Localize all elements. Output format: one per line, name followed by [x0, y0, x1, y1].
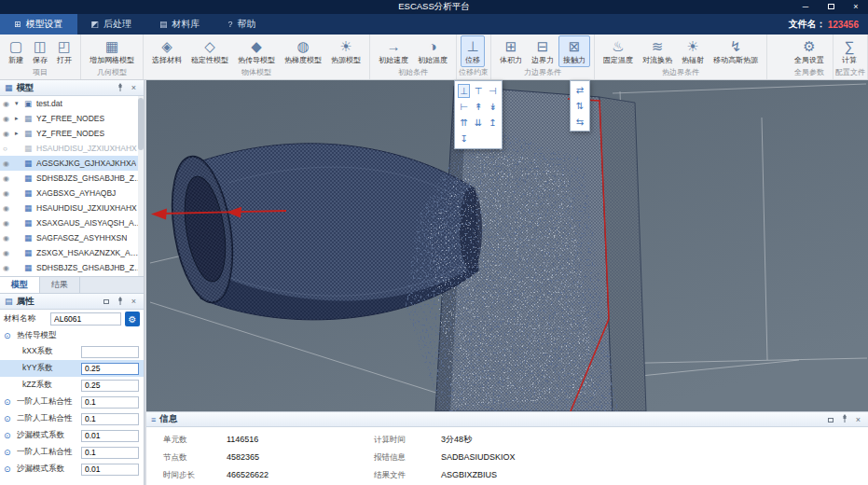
property-label: 二阶人工粘合性: [17, 413, 77, 424]
expand-arrow-icon[interactable]: ▸: [15, 130, 21, 137]
tree-item[interactable]: ◉▦SAGFASGZ_ASYHHXSN: [0, 230, 144, 245]
contact-option-icon[interactable]: ⇄: [572, 83, 587, 97]
save-button[interactable]: ◫保存: [28, 35, 52, 67]
tree-item[interactable]: ◉▾▣test.dat: [0, 96, 144, 111]
visibility-eye-icon[interactable]: ◉: [3, 234, 12, 242]
contact-option-icon[interactable]: ⇅: [572, 99, 587, 113]
close-icon[interactable]: ×: [129, 83, 139, 92]
convection-button[interactable]: ≋对流换热: [638, 35, 677, 67]
save-icon: ◫: [34, 37, 47, 56]
tab-postprocess[interactable]: ◩ 后处理: [77, 14, 146, 35]
fixed-temperature-button[interactable]: ♨固定温度: [599, 35, 638, 67]
tree-item-label: YZ_FREE_NODES: [36, 129, 104, 138]
visibility-eye-icon[interactable]: ◉: [3, 174, 12, 183]
tab-material-library[interactable]: ▤ 材料库: [145, 14, 214, 35]
minimize-button[interactable]: ─: [799, 0, 812, 14]
body-force-button[interactable]: ⊞体积力: [495, 35, 527, 67]
pin-icon[interactable]: [839, 414, 849, 424]
select-material-button[interactable]: ◈选择材料: [147, 35, 186, 67]
gradient-icon: ◍: [296, 37, 309, 56]
tree-item[interactable]: ○▦HSAUHDISU_JZXIUXHAHX: [0, 141, 144, 156]
constraint-icon[interactable]: ⊥: [458, 84, 470, 98]
tree-item[interactable]: ◉▸▦YZ_FREE_NODES: [0, 111, 144, 126]
constraint-icon[interactable]: ⇈: [458, 116, 470, 130]
displacement-button[interactable]: ⊥位移: [461, 35, 485, 67]
heat-gradient-button[interactable]: ◍热梯度模型: [280, 35, 326, 67]
expand-arrow-icon[interactable]: ▸: [15, 115, 21, 122]
constraint-icon[interactable]: ⊢: [458, 100, 470, 114]
close-icon[interactable]: ×: [853, 415, 863, 424]
close-button[interactable]: ×: [849, 0, 862, 14]
visibility-eye-icon[interactable]: ◉: [3, 264, 12, 272]
tree-scrollbar[interactable]: [138, 96, 144, 276]
constraint-icon[interactable]: ↧: [458, 132, 470, 146]
contact-option-icon[interactable]: ⇆: [572, 115, 587, 129]
initial-velocity-button[interactable]: →初始速度: [374, 35, 413, 67]
constraint-icon[interactable]: ↟: [472, 100, 484, 114]
tree-item[interactable]: ◉▦SDHSBJZS_GHSABJHB_ZAHJ: [0, 260, 144, 275]
radiation-button[interactable]: ☀热辐射: [677, 35, 709, 67]
viscosity2-input[interactable]: [81, 413, 139, 425]
hourglass2-input[interactable]: [81, 464, 139, 476]
constraint-icon[interactable]: ⊣: [487, 84, 499, 98]
compute-button[interactable]: ∑计算: [837, 35, 861, 67]
tree-item[interactable]: ◉▦SDHSBJZS_GHSABJHB_ZAHJ: [0, 171, 144, 186]
viscosity1-input[interactable]: [81, 396, 139, 409]
visibility-eye-icon[interactable]: ◉: [3, 189, 12, 198]
boundary-force-button[interactable]: ⊟边界力: [527, 35, 558, 67]
visibility-eye-icon[interactable]: ◉: [3, 249, 12, 257]
tree-item[interactable]: ◉▦HSAUHDISU_JZXIUXHAHX: [0, 201, 144, 215]
moving-gauss-source-button[interactable]: ↯移动高斯热源: [709, 35, 763, 67]
stability-model-button[interactable]: ◇稳定性模型: [186, 35, 233, 67]
section-heat-conduction[interactable]: ⊙ 热传导模型: [0, 328, 144, 343]
add-mesh-model-button[interactable]: ▦增加网格模型: [85, 35, 139, 67]
constraint-icon[interactable]: ↥: [487, 116, 499, 130]
visibility-eye-icon[interactable]: ◉: [3, 115, 12, 123]
tab-model-settings[interactable]: ⊞ 模型设置: [0, 14, 77, 35]
tree-item[interactable]: ◉▦XSAXGAUS_AISYAQSH_ASHX: [0, 215, 144, 230]
contact-force-button[interactable]: ⊠接触力: [558, 35, 590, 67]
visibility-eye-icon[interactable]: ◉: [3, 100, 12, 108]
tree-item[interactable]: ◉▸▦YZ_FREE_NODES: [0, 126, 144, 141]
new-button[interactable]: ▢新建: [4, 35, 28, 67]
constraint-icon[interactable]: ↡: [487, 100, 499, 114]
pin-icon[interactable]: [115, 297, 125, 307]
tab-help[interactable]: ? 帮助: [214, 14, 270, 35]
global-settings-button[interactable]: ⚙全局设置: [790, 35, 829, 67]
body-force-icon: ⊞: [505, 37, 517, 56]
tab-results[interactable]: 结果: [40, 277, 80, 293]
heat-conduction-button[interactable]: ◆热传导模型: [233, 35, 280, 67]
initial-temperature-button[interactable]: ◑初始温度: [413, 35, 452, 67]
tree-item[interactable]: ◉▦XAGBSXG_AYHAQBJ: [0, 186, 144, 201]
tab-model[interactable]: 模型: [0, 277, 40, 293]
expand-arrow-icon[interactable]: ▾: [15, 100, 21, 107]
float-icon[interactable]: [101, 297, 111, 306]
float-icon[interactable]: [825, 415, 835, 424]
open-button[interactable]: ◰打开: [52, 35, 76, 67]
hourglass1-input[interactable]: [81, 430, 139, 442]
visibility-eye-icon[interactable]: ◉: [3, 159, 12, 168]
visibility-eye-icon[interactable]: ◉: [3, 204, 12, 213]
heat-source-button[interactable]: ☀热源模型: [326, 35, 365, 67]
material-name-input[interactable]: [50, 312, 121, 326]
maximize-button[interactable]: [824, 0, 837, 14]
kzz-input[interactable]: [81, 380, 139, 392]
visibility-eye-icon[interactable]: ◉: [3, 130, 12, 138]
viscosity3-input[interactable]: [81, 447, 139, 459]
visibility-eye-icon[interactable]: ◉: [3, 219, 12, 228]
tree-item-selected[interactable]: ◉▦AGSGKJKG_GJHXAJKHXA: [0, 156, 144, 171]
close-icon[interactable]: ×: [129, 297, 139, 306]
3d-viewport[interactable]: [146, 80, 868, 411]
material-name-label: 材料名称: [4, 313, 47, 325]
constraint-icon[interactable]: ⊤: [472, 84, 484, 98]
compute-icon: ∑: [845, 37, 855, 56]
kyy-input[interactable]: [81, 363, 139, 375]
material-settings-button[interactable]: ⚙: [125, 312, 140, 326]
visibility-eye-icon[interactable]: ○: [3, 145, 12, 153]
tree-item[interactable]: ◉▦ZSXGX_HSAKAZNZXK_AHASX: [0, 245, 144, 260]
kxx-input[interactable]: [81, 346, 139, 358]
constraint-icon[interactable]: ⇊: [472, 116, 484, 130]
scrollbar-thumb[interactable]: [138, 98, 144, 150]
button-label: 热辐射: [682, 56, 704, 65]
pin-icon[interactable]: [115, 83, 125, 93]
